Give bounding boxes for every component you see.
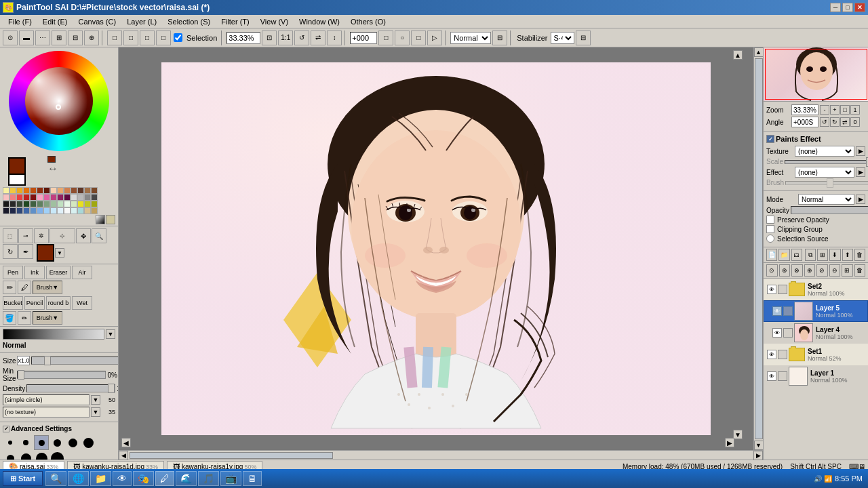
swatch[interactable] [71,194,77,201]
swatch[interactable] [77,194,84,201]
swatch[interactable] [30,207,37,214]
swatch[interactable] [71,201,77,207]
new-layer-btn[interactable]: 📄 [766,249,777,261]
swatch[interactable] [9,187,16,194]
offset-btn-4[interactable]: ▷ [427,30,442,45]
menu-layer[interactable]: Layer (L) [121,16,162,27]
swatch[interactable] [57,207,64,214]
circle-select[interactable]: (simple circle) [3,394,90,405]
scroll-right-arrow[interactable]: ▶ [725,438,734,447]
taskbar-icon-4[interactable]: 👁 [113,471,132,486]
offset-btn-3[interactable]: □ [411,30,426,45]
stabilizer-select[interactable]: S·4 S·1 S·7 [551,32,574,44]
pencil-tool[interactable]: Pencil [24,296,45,310]
taskbar-icon-6[interactable]: 🌊 [176,471,197,486]
tool-btn-6[interactable]: ⊕ [84,30,99,45]
swatch[interactable] [3,187,9,194]
air-tool[interactable]: Air [72,266,92,279]
tool-btn-3[interactable]: ⋯ [35,30,50,45]
scroll-h-thumb[interactable] [130,452,333,459]
taskbar-icon-5[interactable]: 🎭 [133,471,154,486]
drawing-canvas[interactable] [161,62,711,435]
offset-input[interactable] [350,32,377,44]
tool-btn-9[interactable]: □ [140,30,155,45]
swatch[interactable] [43,194,50,201]
menu-edit[interactable]: Edit (E) [37,16,73,27]
zoom-value-input[interactable] [791,104,818,115]
effect-select[interactable]: (none) [795,167,854,178]
set2-visibility[interactable]: 👁 [767,285,776,294]
ink-tool[interactable]: Ink [24,266,45,279]
restore-button[interactable]: □ [842,3,853,12]
texture-effect-btn[interactable]: ▶ [856,146,865,156]
swatch[interactable] [77,187,84,194]
swatch[interactable] [84,201,91,207]
taskbar-icon-3[interactable]: 📁 [90,471,111,486]
swatch[interactable] [37,194,43,201]
menu-view[interactable]: View (V) [255,16,294,27]
swatch[interactable] [9,201,16,207]
taskbar-icon-8[interactable]: 📺 [220,471,241,486]
brush-dot-30b[interactable] [18,451,33,460]
angle-value-input[interactable] [791,117,818,127]
vertical-scrollbar[interactable]: ▲ ▼ [753,47,763,450]
zoom-fit-btn[interactable]: ⊡ [262,30,277,45]
wet-tool[interactable]: Wet [72,296,92,310]
swatch[interactable] [64,187,71,194]
scroll-left-arrow[interactable]: ◀ [121,438,131,447]
start-button[interactable]: ⊞ Start [3,471,43,486]
new-folder-set-btn[interactable]: 🗂 [791,249,802,261]
bucket-tool[interactable]: Bucket [3,296,23,310]
brush-preset-btn[interactable]: Brush▼ [33,281,62,294]
swatch[interactable] [37,207,43,214]
zoom-reset-btn[interactable]: 1 [850,105,860,115]
scroll-down-arrow[interactable]: ▼ [733,430,743,439]
angle-flip-btn[interactable]: ⇌ [840,117,850,127]
swatch[interactable] [91,194,98,201]
swatch[interactable] [43,201,50,207]
magic-wand-tool[interactable]: ✲ [34,228,49,243]
menu-window[interactable]: Window (W) [294,16,345,27]
move-canvas-tool[interactable]: ✥ [76,228,91,243]
layer-tool-7[interactable]: ⊞ [842,264,853,277]
scroll-up-arrow[interactable]: ▲ [733,50,743,60]
mode-select[interactable]: Normal Multiply Screen [450,32,491,44]
paints-effect-check[interactable]: ✓ [766,135,774,143]
tool-btn-2[interactable]: ▬ [19,30,34,45]
tool-btn-7[interactable]: □ [107,30,122,45]
taskbar-icon-1[interactable]: 🔍 [45,471,66,486]
layer4-visibility[interactable]: 👁 [772,328,782,338]
zoom-mirror-btn[interactable]: ↕ [327,30,342,45]
scroll-h-right[interactable]: ▶ [753,451,763,460]
swatch[interactable] [23,207,30,214]
taskbar-icon-2[interactable]: 🌐 [68,471,89,486]
mode-select-layer[interactable]: Normal Multiply Screen Overlay [798,194,854,205]
menu-canvas[interactable]: Canvas (C) [73,16,122,27]
swatch[interactable] [91,187,98,194]
taskbar-icon-photoshop[interactable]: 🖊 [155,471,174,486]
layer-4[interactable]: 👁 Layer 4 Normal 100% [764,322,868,344]
foreground-color-swatch[interactable] [8,157,26,175]
layer-5[interactable]: 👁 Layer 5 Normal 100% [764,300,868,322]
set1-clip[interactable] [778,350,787,359]
swatch[interactable] [23,194,30,201]
effect-extra-btn[interactable]: ▶ [856,167,865,177]
swatch[interactable] [23,187,30,194]
brush-dot-16-active[interactable] [34,435,49,450]
new-folder-btn[interactable]: 📁 [778,249,789,261]
density-slider[interactable] [26,384,115,392]
swatch[interactable] [50,201,57,207]
clipping-group-checkbox[interactable] [766,225,774,233]
swatch[interactable] [43,207,50,214]
swatch[interactable] [91,207,98,214]
swatch[interactable] [23,201,30,207]
close-button[interactable]: ✕ [854,3,865,12]
layer4-clip[interactable] [783,328,793,338]
scroll-h-left[interactable]: ◀ [119,451,128,460]
texture-select[interactable]: (no texture) [3,407,90,418]
mode-btn[interactable]: ▶ [856,195,865,204]
layer-copy-btn[interactable]: ⧉ [805,249,816,261]
swatch[interactable] [16,201,23,207]
circle-btn[interactable]: ▼ [91,395,100,405]
pencil-icon-btn[interactable]: ✏ [18,311,31,325]
